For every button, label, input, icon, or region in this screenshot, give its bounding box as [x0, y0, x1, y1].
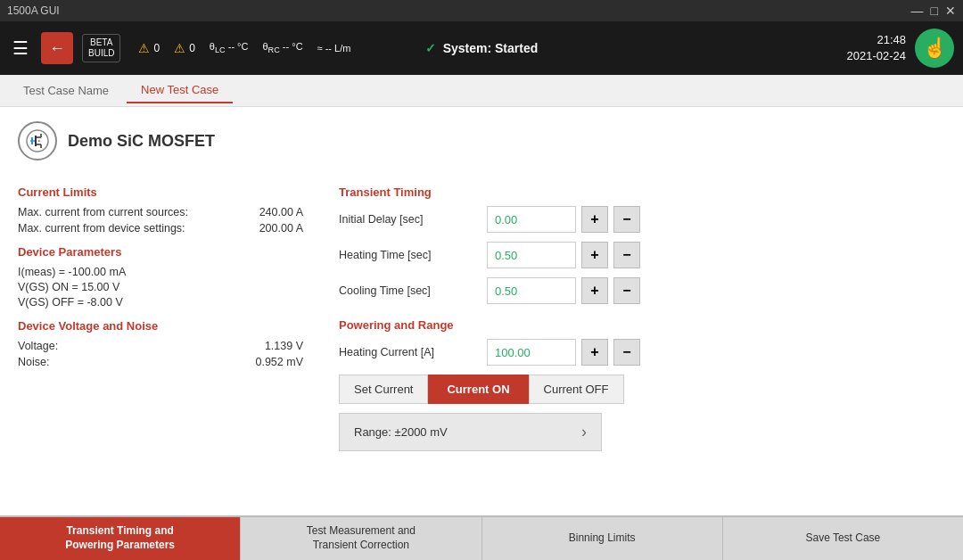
toolbar: ☰ ← BETA BUILD ⚠ 0 ⚠ 0 θLC -- °C θRC -- …	[0, 21, 963, 75]
temp-lc-label: θLC -- °C	[210, 41, 249, 54]
status-indicators: ⚠ 0 ⚠ 0 θLC -- °C θRC -- °C ≈ -- L/m	[138, 41, 350, 55]
device-parameters-title: Device Parameters	[18, 245, 303, 259]
powering-range-title: Powering and Range	[339, 318, 945, 332]
max-current-device-row: Max. current from device settings: 200.0…	[18, 222, 303, 235]
tab-test-case-name[interactable]: Test Case Name	[9, 78, 123, 103]
tab-new-test-case[interactable]: New Test Case	[127, 78, 233, 103]
bottom-tab-binning-limits[interactable]: Binning Limits	[482, 517, 723, 560]
device-name: Demo SiC MOSFET	[68, 132, 215, 151]
bottom-tab-save-test-case[interactable]: Save Test Case	[723, 517, 963, 560]
toolbar-left: ☰ ← BETA BUILD ⚠ 0 ⚠ 0 θLC -- °C θRC -- …	[9, 32, 350, 64]
system-status-text: System: Started	[443, 41, 539, 55]
voltage-row: Voltage: 1.139 V	[18, 340, 303, 352]
tab-bar: Test Case Name New Test Case	[0, 75, 963, 107]
clock-display: 21:48 2021-02-24	[847, 32, 907, 64]
back-button[interactable]: ←	[41, 32, 73, 64]
app-title: 1500A GUI	[7, 4, 60, 17]
avatar-icon: ☝	[923, 37, 947, 60]
current-control-buttons: Set Current Current ON Current OFF	[339, 375, 945, 404]
max-current-sources-label: Max. current from current sources:	[18, 206, 188, 218]
mosfet-symbol-icon	[25, 128, 50, 153]
cooling-time-label: Cooling Time [sec]	[339, 284, 482, 297]
warning-icon-2: ⚠	[174, 41, 185, 55]
main-content: Demo SiC MOSFET Current Limits Max. curr…	[0, 107, 963, 515]
warning-indicator-2: ⚠ 0	[174, 41, 195, 55]
current-on-button[interactable]: Current ON	[428, 375, 528, 404]
device-param-line-2: V(GS) OFF = -8.00 V	[18, 296, 303, 309]
set-current-button[interactable]: Set Current	[339, 375, 428, 404]
device-voltage-noise-title: Device Voltage and Noise	[18, 319, 303, 333]
noise-value: 0.952 mV	[255, 356, 303, 368]
flow-label: ≈ -- L/m	[317, 43, 351, 54]
noise-label: Noise:	[18, 356, 49, 368]
warning-value-1: 0	[153, 42, 160, 54]
device-param-line-1: V(GS) ON = 15.00 V	[18, 281, 303, 293]
heating-time-minus-button[interactable]: −	[613, 242, 640, 268]
user-avatar[interactable]: ☝	[915, 29, 954, 68]
heating-current-input[interactable]	[487, 339, 576, 366]
initial-delay-plus-button[interactable]: +	[581, 206, 608, 233]
svg-marker-8	[38, 140, 41, 142]
heating-time-row: Heating Time [sec] + −	[339, 242, 945, 268]
max-current-sources-value: 240.00 A	[259, 206, 303, 218]
heating-current-plus-button[interactable]: +	[581, 339, 608, 366]
max-current-device-value: 200.00 A	[259, 222, 303, 235]
current-off-button[interactable]: Current OFF	[529, 375, 624, 404]
close-btn[interactable]: ✕	[945, 4, 956, 18]
bottom-tab-test-measurement-label: Test Measurement andTransient Correction	[307, 524, 416, 552]
device-icon	[18, 121, 57, 161]
minimize-btn[interactable]: —	[911, 4, 924, 18]
two-column-layout: Current Limits Max. current from current…	[18, 175, 945, 451]
right-column: Transient Timing Initial Delay [sec] + −…	[339, 175, 945, 451]
initial-delay-minus-button[interactable]: −	[613, 206, 640, 233]
current-limits-title: Current Limits	[18, 185, 303, 199]
left-column: Current Limits Max. current from current…	[18, 175, 303, 451]
chevron-right-icon: ›	[581, 423, 587, 441]
bottom-tab-save-test-case-label: Save Test Case	[805, 531, 880, 546]
hamburger-button[interactable]: ☰	[9, 34, 32, 62]
device-header: Demo SiC MOSFET	[18, 121, 945, 161]
initial-delay-row: Initial Delay [sec] + −	[339, 206, 945, 233]
time-display: 21:48	[847, 32, 907, 48]
transient-timing-title: Transient Timing	[339, 185, 945, 199]
date-display: 2021-02-24	[847, 48, 907, 64]
cooling-time-plus-button[interactable]: +	[581, 277, 608, 304]
cooling-time-minus-button[interactable]: −	[613, 277, 640, 304]
heating-time-plus-button[interactable]: +	[581, 242, 608, 268]
bottom-tab-test-measurement[interactable]: Test Measurement andTransient Correction	[241, 517, 482, 560]
toolbar-right: 21:48 2021-02-24 ☝	[847, 29, 955, 68]
heating-current-row: Heating Current [A] + −	[339, 339, 945, 366]
device-param-line-0: I(meas) = -100.00 mA	[18, 266, 303, 278]
cooling-time-row: Cooling Time [sec] + −	[339, 277, 945, 304]
max-current-device-label: Max. current from device settings:	[18, 222, 185, 235]
window-controls[interactable]: — □ ✕	[911, 4, 956, 18]
bottom-tab-binning-limits-label: Binning Limits	[569, 531, 636, 546]
heating-current-minus-button[interactable]: −	[613, 339, 640, 366]
bottom-tab-transient-timing[interactable]: Transient Timing andPowering Parameters	[0, 517, 241, 560]
maximize-btn[interactable]: □	[931, 4, 938, 18]
warning-value-2: 0	[189, 42, 195, 54]
max-current-sources-row: Max. current from current sources: 240.0…	[18, 206, 303, 218]
voltage-value: 1.139 V	[265, 340, 303, 352]
bottom-tabs: Transient Timing andPowering Parameters …	[0, 515, 963, 560]
voltage-label: Voltage:	[18, 340, 58, 352]
temp-rc-label: θRC -- °C	[262, 41, 302, 54]
cooling-time-input[interactable]	[487, 277, 576, 304]
svg-point-0	[27, 130, 48, 152]
warning-indicator-1: ⚠ 0	[138, 41, 160, 55]
initial-delay-label: Initial Delay [sec]	[339, 213, 482, 226]
warning-icon-1: ⚠	[138, 41, 150, 55]
bottom-tab-transient-timing-label: Transient Timing andPowering Parameters	[65, 524, 175, 552]
noise-row: Noise: 0.952 mV	[18, 356, 303, 368]
heating-time-input[interactable]	[487, 242, 576, 268]
range-text: Range: ±2000 mV	[354, 425, 448, 439]
title-bar: 1500A GUI — □ ✕	[0, 0, 963, 21]
beta-build-label: BETA BUILD	[82, 34, 120, 62]
heating-time-label: Heating Time [sec]	[339, 249, 482, 261]
temp-rc-indicator: θRC -- °C	[262, 41, 302, 54]
range-bar[interactable]: Range: ±2000 mV ›	[339, 413, 602, 451]
flow-indicator: ≈ -- L/m	[317, 43, 351, 54]
check-icon: ✓	[425, 41, 436, 55]
system-status: ✓ System: Started	[425, 41, 538, 55]
initial-delay-input[interactable]	[487, 206, 576, 233]
